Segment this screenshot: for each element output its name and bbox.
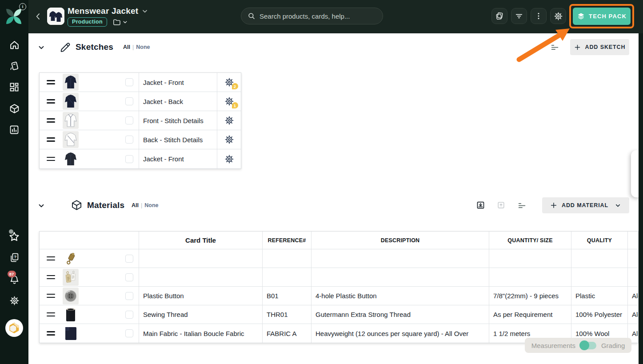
sketch-settings-gear[interactable]: 2 bbox=[224, 77, 234, 87]
select-none-link[interactable]: None bbox=[136, 44, 150, 50]
sketch-name[interactable]: Jacket - Front bbox=[139, 73, 217, 92]
material-card-title[interactable]: Plastic Button bbox=[139, 287, 263, 305]
row-checkbox[interactable] bbox=[125, 292, 133, 300]
row-checkbox[interactable] bbox=[125, 136, 133, 144]
material-quality[interactable] bbox=[571, 249, 628, 268]
material-quality[interactable] bbox=[571, 268, 628, 286]
column-header-quantity[interactable]: QUANTITY/ SIZE bbox=[489, 232, 571, 249]
add-material-button[interactable]: ADD MATERIAL bbox=[542, 197, 629, 213]
search-bar[interactable] bbox=[241, 8, 383, 24]
select-all-link[interactable]: All bbox=[132, 202, 139, 208]
chevron-down-icon[interactable] bbox=[141, 8, 148, 15]
material-card-title[interactable]: Main Fabric - Italian Boucle Fabric bbox=[139, 324, 263, 343]
material-thumbnail-zipper[interactable] bbox=[63, 250, 79, 267]
material-card-title[interactable] bbox=[139, 268, 263, 286]
material-placement[interactable] bbox=[628, 268, 638, 286]
sketches-collapse-chevron[interactable] bbox=[36, 43, 46, 52]
drag-handle[interactable] bbox=[47, 157, 55, 161]
select-all-link[interactable]: All bbox=[123, 44, 130, 50]
material-quantity[interactable] bbox=[489, 249, 571, 268]
sketches-sort-icon[interactable] bbox=[550, 43, 560, 52]
material-reference[interactable]: B01 bbox=[263, 287, 312, 305]
sidebar-item-home[interactable] bbox=[0, 36, 28, 54]
material-description[interactable]: Gutermann Extra Strong Thread bbox=[312, 305, 489, 324]
column-header-card-title[interactable]: Card Title bbox=[139, 232, 263, 249]
material-thumbnail-hangtags[interactable] bbox=[63, 269, 79, 286]
sidebar-item-help[interactable]: ? bbox=[0, 248, 28, 266]
select-none-link[interactable]: None bbox=[144, 202, 158, 208]
row-checkbox[interactable] bbox=[125, 329, 133, 337]
tech-pack-button[interactable]: TECH PACK bbox=[573, 8, 631, 25]
sidebar-item-materials[interactable] bbox=[0, 100, 28, 117]
sidebar-item-notifications[interactable]: 87 bbox=[0, 271, 28, 288]
folder-selector[interactable] bbox=[112, 18, 128, 26]
column-header-quality[interactable]: QUALITY bbox=[571, 232, 628, 249]
sketch-thumbnail-jacket-back[interactable] bbox=[63, 93, 79, 110]
material-thumbnail-fabric[interactable] bbox=[63, 325, 79, 342]
material-thumbnail-thread[interactable] bbox=[63, 306, 79, 323]
sketch-settings-gear[interactable] bbox=[224, 135, 234, 144]
row-checkbox[interactable] bbox=[125, 116, 133, 124]
more-options-button[interactable] bbox=[531, 8, 547, 24]
material-quality[interactable]: Plastic bbox=[571, 287, 628, 305]
sketch-name[interactable]: Jacket - Front bbox=[139, 149, 217, 168]
cards-button[interactable] bbox=[491, 8, 507, 24]
sketch-name[interactable]: Jacket - Back bbox=[139, 92, 217, 111]
drag-handle[interactable] bbox=[47, 256, 55, 261]
sidebar-item-favorites[interactable] bbox=[0, 228, 28, 246]
material-description[interactable] bbox=[312, 249, 489, 268]
sketch-thumbnail-back-stitch[interactable] bbox=[63, 131, 79, 148]
material-description[interactable] bbox=[312, 268, 489, 286]
drag-handle[interactable] bbox=[47, 80, 55, 84]
material-placement[interactable]: Alo bbox=[628, 287, 638, 305]
row-checkbox[interactable] bbox=[125, 78, 133, 86]
material-quantity[interactable]: 7/8"(22mm) - 9 pieces bbox=[489, 287, 571, 305]
sketch-settings-gear[interactable] bbox=[224, 154, 234, 164]
material-placement[interactable]: Alo bbox=[628, 305, 638, 324]
row-checkbox[interactable] bbox=[125, 155, 133, 163]
sidebar-item-dashboard[interactable] bbox=[0, 78, 28, 96]
search-input[interactable] bbox=[260, 12, 376, 20]
row-checkbox[interactable] bbox=[125, 273, 133, 281]
sketch-settings-gear[interactable] bbox=[224, 116, 234, 125]
material-quantity[interactable]: As per Requirement bbox=[489, 305, 571, 324]
drag-handle[interactable] bbox=[47, 118, 55, 123]
sidebar-item-settings[interactable] bbox=[0, 292, 28, 309]
sketch-name[interactable]: Front - Stitch Details bbox=[139, 111, 217, 130]
add-sketch-button[interactable]: ADD SKETCH bbox=[570, 39, 629, 55]
product-thumbnail[interactable] bbox=[47, 8, 64, 25]
material-quality[interactable]: 100% Polyester bbox=[571, 305, 628, 324]
settings-header-button[interactable] bbox=[550, 8, 566, 24]
sketch-thumbnail-jacket-photo[interactable] bbox=[63, 151, 79, 168]
material-reference[interactable] bbox=[263, 249, 312, 268]
drag-handle[interactable] bbox=[47, 275, 55, 280]
material-placement[interactable] bbox=[628, 249, 638, 268]
material-reference[interactable] bbox=[263, 268, 312, 286]
row-checkbox[interactable] bbox=[125, 255, 133, 263]
materials-collapse-chevron[interactable] bbox=[36, 201, 46, 211]
user-avatar[interactable] bbox=[5, 319, 23, 337]
sketch-settings-gear[interactable]: 1 bbox=[224, 96, 234, 106]
material-description[interactable]: Heavyweight (12 ounces per square yard) … bbox=[312, 324, 489, 343]
row-checkbox[interactable] bbox=[125, 311, 133, 319]
drag-handle[interactable] bbox=[47, 312, 55, 317]
materials-sort-icon[interactable] bbox=[517, 201, 527, 211]
app-logo[interactable] bbox=[4, 7, 23, 26]
material-reference[interactable]: THR01 bbox=[263, 305, 312, 324]
material-quantity[interactable] bbox=[489, 268, 571, 286]
measurements-grading-toggle[interactable] bbox=[580, 342, 596, 349]
column-header-reference[interactable]: REFERENCE# bbox=[263, 232, 312, 249]
import-icon[interactable] bbox=[476, 200, 485, 210]
drag-handle[interactable] bbox=[47, 331, 55, 336]
sketch-thumbnail-front-stitch[interactable] bbox=[63, 112, 79, 129]
filter-button[interactable] bbox=[511, 8, 527, 24]
drag-handle[interactable] bbox=[47, 137, 55, 142]
sidebar-item-reports[interactable] bbox=[0, 121, 28, 139]
material-description[interactable]: 4-hole Plastic Button bbox=[312, 287, 489, 305]
drag-handle[interactable] bbox=[47, 294, 55, 298]
info-icon[interactable]: i bbox=[19, 3, 26, 10]
column-header-description[interactable]: DESCRIPTION bbox=[312, 232, 489, 249]
material-thumbnail-button[interactable] bbox=[63, 288, 79, 304]
back-icon[interactable] bbox=[32, 10, 44, 23]
toggle-knob[interactable] bbox=[579, 340, 589, 350]
